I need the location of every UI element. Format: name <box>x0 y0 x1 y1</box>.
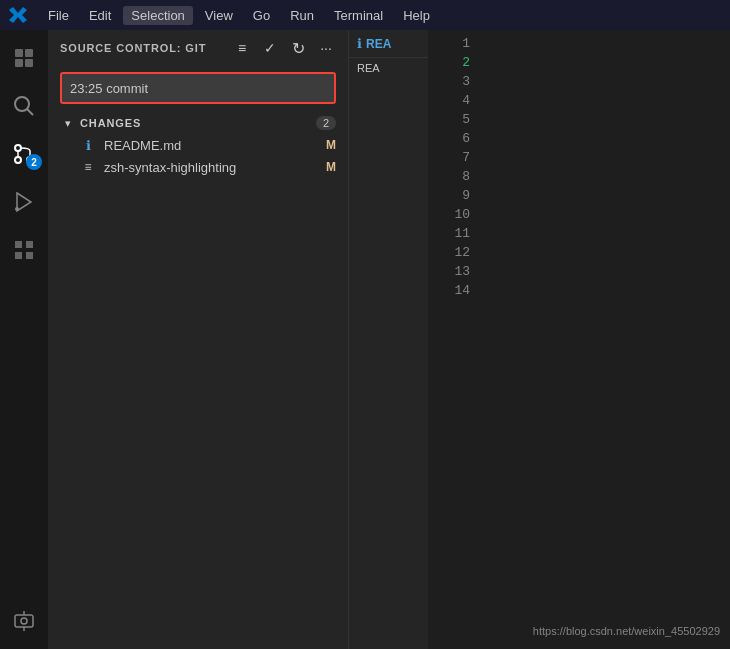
file-item-zsh[interactable]: ≡ zsh-syntax-highlighting M <box>48 156 348 178</box>
svg-rect-16 <box>15 615 33 627</box>
commit-input-box <box>60 72 336 104</box>
right-panel-header: ℹ REA <box>349 30 428 58</box>
changes-header[interactable]: ▾ CHANGES 2 <box>48 112 348 134</box>
activity-search[interactable] <box>0 82 48 130</box>
svg-point-4 <box>15 97 29 111</box>
svg-point-6 <box>15 145 21 151</box>
line-10: 10 <box>454 205 470 224</box>
line-2: 2 <box>462 53 470 72</box>
line-11: 11 <box>454 224 470 243</box>
svg-rect-2 <box>15 59 23 67</box>
menu-go[interactable]: Go <box>245 6 278 25</box>
chevron-down-icon: ▾ <box>60 117 76 130</box>
svg-rect-3 <box>25 59 33 67</box>
file-status-readme: M <box>326 138 336 152</box>
line-6: 6 <box>462 129 470 148</box>
right-panel-subtitle: REA <box>349 58 428 78</box>
svg-rect-12 <box>15 241 22 248</box>
changes-label: CHANGES <box>80 117 312 129</box>
svg-point-17 <box>21 618 27 624</box>
line-4: 4 <box>462 91 470 110</box>
menu-view[interactable]: View <box>197 6 241 25</box>
file-name-readme: README.md <box>104 138 318 153</box>
activity-source-control[interactable]: 2 <box>0 130 48 178</box>
line-12: 12 <box>454 243 470 262</box>
commit-input-wrapper <box>48 66 348 112</box>
sc-header: SOURCE CONTROL: GIT ≡ ✓ ↻ ··· <box>48 30 348 66</box>
line-13: 13 <box>454 262 470 281</box>
info-circle-icon: ℹ <box>80 137 96 153</box>
menu-terminal[interactable]: Terminal <box>326 6 391 25</box>
watermark: https://blog.csdn.net/weixin_45502929 <box>533 625 720 637</box>
branch-icon[interactable]: ≡ <box>232 38 252 58</box>
svg-line-5 <box>27 109 33 115</box>
changes-count-badge: 2 <box>316 116 336 130</box>
refresh-icon[interactable]: ↻ <box>288 38 308 58</box>
svg-rect-15 <box>15 252 22 259</box>
commit-message-input[interactable] <box>70 81 326 96</box>
svg-marker-10 <box>17 193 31 211</box>
activity-run[interactable] <box>0 178 48 226</box>
line-8: 8 <box>462 167 470 186</box>
file-status-zsh: M <box>326 160 336 174</box>
source-control-badge: 2 <box>26 154 42 170</box>
vscode-logo-icon <box>8 5 28 25</box>
file-name-zsh: zsh-syntax-highlighting <box>104 160 318 175</box>
main-layout: 2 <box>0 30 730 649</box>
menu-run[interactable]: Run <box>282 6 322 25</box>
right-panel-title: REA <box>366 37 391 51</box>
sc-actions: ≡ ✓ ↻ ··· <box>232 38 336 58</box>
menu-selection[interactable]: Selection <box>123 6 192 25</box>
svg-rect-13 <box>26 241 33 248</box>
activity-extensions[interactable] <box>0 226 48 274</box>
svg-rect-1 <box>25 49 33 57</box>
line-9: 9 <box>462 186 470 205</box>
checkmark-icon[interactable]: ✓ <box>260 38 280 58</box>
sc-title: SOURCE CONTROL: GIT <box>60 42 206 54</box>
activity-bar: 2 <box>0 30 48 649</box>
right-panel: ℹ REA REA <box>348 30 428 649</box>
menu-file[interactable]: File <box>40 6 77 25</box>
line-7: 7 <box>462 148 470 167</box>
editor-area: ℹ REA REA 1 2 3 4 5 6 7 8 9 10 11 12 13 … <box>348 30 730 649</box>
svg-rect-14 <box>26 252 33 259</box>
sidebar: SOURCE CONTROL: GIT ≡ ✓ ↻ ··· ▾ CHANGES … <box>48 30 348 649</box>
line-3: 3 <box>462 72 470 91</box>
menu-edit[interactable]: Edit <box>81 6 119 25</box>
menu-help[interactable]: Help <box>395 6 438 25</box>
svg-rect-0 <box>15 49 23 57</box>
list-icon: ≡ <box>80 159 96 175</box>
menubar: File Edit Selection View Go Run Terminal… <box>0 0 730 30</box>
activity-explorer[interactable] <box>0 34 48 82</box>
svg-point-8 <box>15 157 21 163</box>
more-options-icon[interactable]: ··· <box>316 38 336 58</box>
changes-section: ▾ CHANGES 2 ℹ README.md M ≡ zsh-syntax-h… <box>48 112 348 649</box>
activity-remote[interactable] <box>0 597 48 645</box>
line-14: 14 <box>454 281 470 300</box>
right-panel-info-icon: ℹ <box>357 36 362 51</box>
line-5: 5 <box>462 110 470 129</box>
line-numbers: 1 2 3 4 5 6 7 8 9 10 11 12 13 14 <box>428 30 478 649</box>
line-1: 1 <box>462 34 470 53</box>
file-item-readme[interactable]: ℹ README.md M <box>48 134 348 156</box>
svg-point-11 <box>15 207 19 211</box>
